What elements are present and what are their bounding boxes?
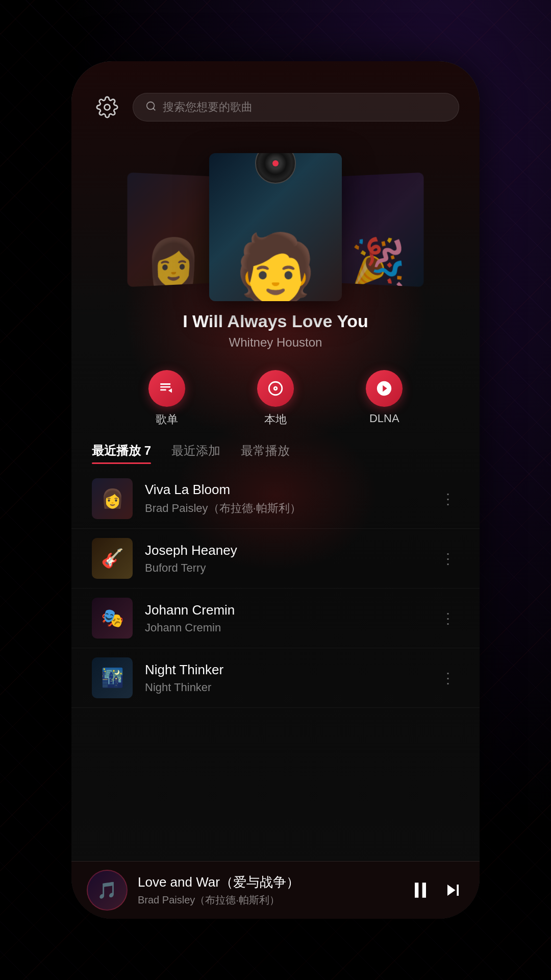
more-button-2[interactable]: ⋮: [437, 546, 459, 571]
song-info-1: Viva La Bloom Brad Paisley（布拉德·帕斯利）: [145, 482, 424, 516]
song-info-3: Johann Cremin Johann Cremin: [145, 602, 424, 634]
now-playing-info: I Will Always Love You Whitney Houston: [71, 306, 480, 355]
app-content: 搜索您想要的歌曲 I Will Always Love You Whitney …: [71, 61, 480, 919]
more-button-4[interactable]: ⋮: [437, 666, 459, 691]
song-title-4: Night Thinker: [145, 662, 424, 678]
tabs: 最近播放 7 最近添加 最常播放: [71, 437, 480, 464]
tab-added[interactable]: 最近添加: [171, 443, 220, 464]
song-item-4[interactable]: 🌃 Night Thinker Night Thinker ⋮: [71, 648, 480, 708]
song-item-2[interactable]: 🎸 Joseph Heaney Buford Terry ⋮: [71, 529, 480, 589]
phone-frame: 搜索您想要的歌曲 I Will Always Love You Whitney …: [71, 61, 480, 919]
song-artist-1: Brad Paisley（布拉德·帕斯利）: [145, 501, 424, 516]
nav-icons: 歌单 本地 DLNA: [71, 355, 480, 437]
song-list: 👩 Viva La Bloom Brad Paisley（布拉德·帕斯利） ⋮ …: [71, 469, 480, 861]
now-playing-artist: Whitney Houston: [92, 335, 459, 350]
song-artist-2: Buford Terry: [145, 561, 424, 575]
bar-song-info: Love and War（爱与战争） Brad Paisley（布拉德·帕斯利）: [138, 873, 399, 907]
song-artist-3: Johann Cremin: [145, 621, 424, 634]
album-card-left[interactable]: [128, 173, 216, 287]
album-card-center[interactable]: [209, 153, 342, 301]
search-placeholder-text: 搜索您想要的歌曲: [163, 100, 253, 115]
nav-local[interactable]: 本地: [257, 370, 294, 427]
song-thumb-2: 🎸: [92, 538, 133, 579]
next-button[interactable]: [442, 879, 464, 901]
now-playing-bar[interactable]: 🎵 Love and War（爱与战争） Brad Paisley（布拉德·帕斯…: [71, 861, 480, 919]
song-info-4: Night Thinker Night Thinker: [145, 662, 424, 694]
local-icon: [257, 370, 294, 407]
pause-button[interactable]: [409, 879, 432, 901]
playback-controls: [409, 879, 464, 901]
album-art-left: [128, 173, 216, 287]
dlna-label: DLNA: [369, 412, 399, 425]
album-carousel: [71, 133, 480, 306]
bar-album-thumb: 🎵: [87, 870, 128, 911]
tab-most-played[interactable]: 最常播放: [241, 443, 290, 464]
more-button-3[interactable]: ⋮: [437, 606, 459, 631]
song-thumb-1: 👩: [92, 478, 133, 519]
playlist-label: 歌单: [156, 412, 178, 427]
song-artist-4: Night Thinker: [145, 681, 424, 694]
playlist-icon: [148, 370, 185, 407]
dlna-icon: [366, 370, 403, 407]
next-icon: [442, 879, 464, 901]
tab-recent[interactable]: 最近播放 7: [92, 443, 151, 464]
song-info-2: Joseph Heaney Buford Terry: [145, 543, 424, 575]
now-playing-title: I Will Always Love You: [92, 311, 459, 331]
album-art-right: [335, 173, 423, 287]
search-bar[interactable]: 搜索您想要的歌曲: [133, 93, 459, 121]
header: 搜索您想要的歌曲: [71, 61, 480, 133]
svg-point-5: [275, 388, 277, 389]
svg-point-1: [147, 102, 155, 109]
song-title-3: Johann Cremin: [145, 602, 424, 618]
album-card-right[interactable]: [335, 173, 423, 287]
gear-icon: [96, 96, 118, 118]
nav-playlist[interactable]: 歌单: [148, 370, 185, 427]
song-title-2: Joseph Heaney: [145, 543, 424, 558]
search-icon: [145, 101, 157, 114]
settings-button[interactable]: [92, 92, 122, 122]
svg-line-2: [153, 108, 155, 110]
song-item-1[interactable]: 👩 Viva La Bloom Brad Paisley（布拉德·帕斯利） ⋮: [71, 469, 480, 529]
more-button-1[interactable]: ⋮: [437, 486, 459, 511]
pause-icon: [409, 879, 432, 901]
bar-song-title: Love and War（爱与战争）: [138, 873, 399, 891]
song-title-1: Viva La Bloom: [145, 482, 424, 498]
song-thumb-3: 🎭: [92, 598, 133, 639]
song-item-3[interactable]: 🎭 Johann Cremin Johann Cremin ⋮: [71, 589, 480, 648]
svg-point-0: [105, 105, 110, 110]
local-label: 本地: [264, 412, 287, 427]
bar-song-artist: Brad Paisley（布拉德·帕斯利）: [138, 893, 399, 907]
song-thumb-4: 🌃: [92, 657, 133, 698]
nav-dlna[interactable]: DLNA: [366, 370, 403, 427]
